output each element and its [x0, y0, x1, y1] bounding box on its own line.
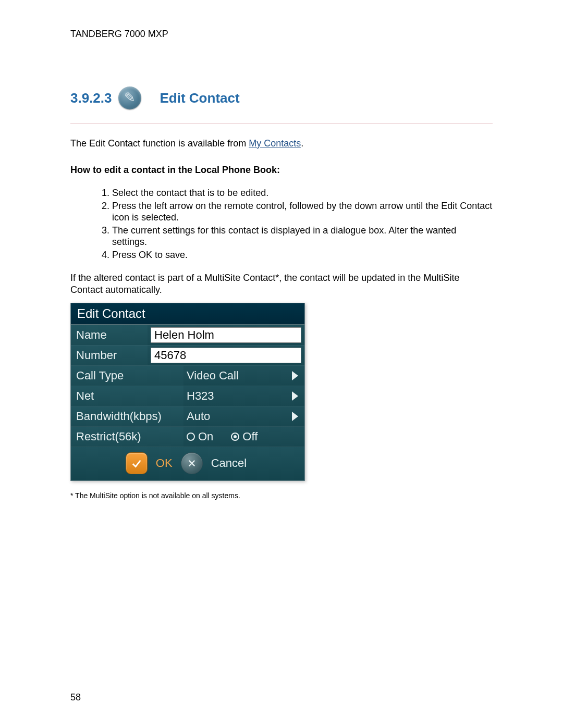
- select-net-value: H323: [187, 389, 214, 403]
- cancel-button[interactable]: [181, 452, 203, 474]
- dialog-title: Edit Contact: [71, 303, 304, 325]
- pencil-icon: [118, 87, 141, 109]
- edit-contact-dialog: Edit Contact Name Number Call Type Video…: [70, 303, 305, 481]
- label-name: Name: [71, 325, 148, 345]
- section-heading: 3.9.2.3 Edit Contact: [70, 87, 493, 123]
- step-4: Press OK to save.: [112, 249, 493, 261]
- radio-off-label: Off: [242, 430, 258, 443]
- row-calltype: Call Type Video Call: [71, 365, 304, 386]
- my-contacts-link[interactable]: My Contacts: [249, 138, 301, 149]
- dialog-actions: OK Cancel: [71, 447, 304, 480]
- select-net[interactable]: H323: [187, 389, 301, 403]
- row-net: Net H323: [71, 386, 304, 406]
- row-bandwidth: Bandwidth(kbps) Auto: [71, 406, 304, 426]
- label-calltype: Call Type: [71, 366, 183, 386]
- label-bandwidth: Bandwidth(kbps): [71, 406, 183, 426]
- check-icon: [131, 458, 142, 469]
- radio-on-label: On: [198, 430, 213, 443]
- radio-off[interactable]: Off: [231, 430, 258, 443]
- section-divider: [70, 123, 493, 124]
- select-calltype[interactable]: Video Call: [187, 369, 301, 382]
- row-name: Name: [71, 325, 304, 345]
- row-restrict: Restrict(56k) On Off: [71, 426, 304, 447]
- chevron-right-icon: [292, 371, 298, 380]
- product-header: TANDBERG 7000 MXP: [70, 29, 493, 40]
- step-3: The current settings for this contact is…: [112, 225, 493, 248]
- close-icon: [187, 459, 197, 468]
- chevron-right-icon: [292, 412, 298, 421]
- input-name[interactable]: [151, 327, 301, 343]
- section-title: Edit Contact: [160, 90, 240, 106]
- step-2: Press the left arrow on the remote contr…: [112, 200, 493, 224]
- page-number: 58: [70, 692, 81, 703]
- howto-steps: Select the contact that is to be edited.…: [70, 187, 493, 261]
- select-bandwidth[interactable]: Auto: [187, 410, 301, 423]
- footnote: * The MultiSite option is not available …: [70, 491, 493, 500]
- chevron-right-icon: [292, 391, 298, 401]
- howto-title: How to edit a contact in the Local Phone…: [70, 165, 493, 176]
- radio-dot-off: [231, 433, 239, 441]
- intro-after-link: .: [301, 138, 303, 149]
- label-net: Net: [71, 386, 183, 406]
- paragraph-multisite: If the altered contact is part of a Mult…: [70, 272, 493, 295]
- label-restrict: Restrict(56k): [71, 427, 183, 447]
- radio-dot-on: [187, 433, 195, 441]
- select-calltype-value: Video Call: [187, 369, 239, 382]
- cancel-label: Cancel: [208, 456, 250, 470]
- ok-label: OK: [153, 456, 176, 470]
- ok-button[interactable]: [126, 452, 148, 474]
- label-number: Number: [71, 346, 148, 365]
- radio-on[interactable]: On: [187, 430, 213, 443]
- intro-before-link: The Edit Contact function is available f…: [70, 138, 249, 149]
- input-number[interactable]: [151, 348, 301, 363]
- section-number: 3.9.2.3: [70, 90, 112, 106]
- step-1: Select the contact that is to be edited.: [112, 187, 493, 199]
- intro-text: The Edit Contact function is available f…: [70, 138, 493, 149]
- row-number: Number: [71, 345, 304, 365]
- select-bandwidth-value: Auto: [187, 410, 210, 423]
